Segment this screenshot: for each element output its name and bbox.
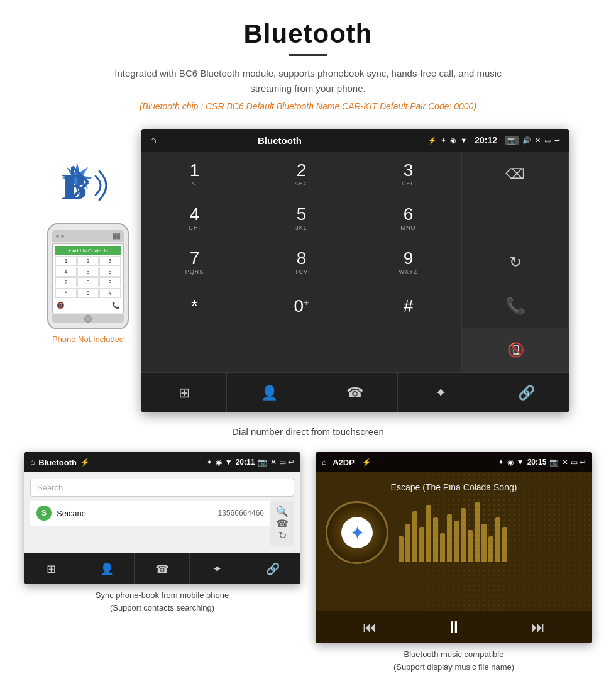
music-usb-icon: ⚡: [362, 458, 371, 467]
eq-bar: [447, 514, 452, 562]
eq-bar: [399, 536, 404, 562]
pb-home-icon[interactable]: ⌂: [30, 458, 35, 467]
dial-key-7[interactable]: 7 PQRS: [141, 240, 248, 284]
dial-key-5[interactable]: 5 JKL: [248, 196, 355, 240]
dial-usb-icon: ⚡: [428, 136, 437, 145]
dial-volume-icon[interactable]: 🔊: [522, 136, 531, 145]
phone-screen: + Add to Contacts 1 2 3 4 5 6 7 8 9 * 0: [52, 243, 124, 313]
music-home-icon[interactable]: ⌂: [322, 458, 326, 467]
pb-status-bar: ⌂ Bluetooth ⚡ ✦ ◉ ▼ 20:11 📷 ✕ ▭ ↩: [24, 452, 300, 472]
dial-screen-title: Bluetooth: [141, 135, 423, 146]
dial-key-3[interactable]: 3 DEF: [355, 152, 462, 196]
music-play-pause-button[interactable]: ⏸: [446, 617, 462, 637]
dial-key-8[interactable]: 8 TUV: [248, 240, 355, 284]
call-green-icon: 📞: [505, 296, 525, 316]
pb-side-icons: 🔍 ☎ ↻: [270, 501, 294, 546]
music-next-button[interactable]: ⏭: [531, 619, 545, 636]
eq-bar: [495, 517, 500, 562]
pb-bottom-person-icon[interactable]: 👤: [79, 553, 135, 584]
page-title: Bluetooth: [13, 19, 603, 49]
phone-key-0[interactable]: 0: [77, 288, 99, 298]
phone-key-3[interactable]: 3: [99, 256, 121, 266]
pb-bottom-phone-icon[interactable]: ☎: [135, 553, 190, 584]
pb-search-field[interactable]: Search: [30, 479, 294, 497]
pb-main-area: S Seicane 13566664466 🔍 ☎ ↻: [30, 501, 294, 546]
music-screen: ⌂ A2DP ⚡ ✦ ◉ ▼ 20:15 📷 ✕ ▭ ↩ Escape: [316, 452, 592, 643]
dial-empty-cell-4: [355, 328, 462, 372]
eq-bar: [502, 527, 507, 562]
dial-key-2[interactable]: 2 ABC: [248, 152, 355, 196]
dial-key-1[interactable]: 1 ∿: [141, 152, 248, 196]
phone-key-4[interactable]: 4: [55, 267, 77, 277]
pb-bottom-bt-icon[interactable]: ✦: [190, 553, 245, 584]
dial-call-green-cell[interactable]: 📞: [462, 284, 569, 328]
pb-bottom-bar: ⊞ 👤 ☎ ✦ 🔗: [24, 553, 300, 584]
pb-search-side-icon[interactable]: 🔍: [276, 506, 289, 517]
music-equalizer: [399, 501, 582, 564]
music-camera-icon: 📷: [549, 458, 559, 467]
dial-caption: Dial number direct from touchscreen: [232, 426, 384, 437]
phone-top-bar: ▓▓: [52, 230, 124, 242]
dial-bottom-link-icon[interactable]: 🔗: [483, 373, 569, 412]
eq-bar: [454, 521, 459, 562]
dial-key-9[interactable]: 9 WXYZ: [355, 240, 462, 284]
phone-key-2[interactable]: 2: [77, 256, 99, 266]
phone-key-9[interactable]: 9: [99, 277, 121, 287]
dial-key-4[interactable]: 4 GHI: [141, 196, 248, 240]
pb-bottom-link-icon[interactable]: 🔗: [245, 553, 300, 584]
dial-backspace-cell[interactable]: ⌫: [462, 152, 569, 196]
dial-key-star[interactable]: *: [141, 284, 248, 328]
title-underline: [289, 54, 327, 56]
music-screenshot-block: ⌂ A2DP ⚡ ✦ ◉ ▼ 20:15 📷 ✕ ▭ ↩ Escape: [316, 452, 592, 673]
phone-bottom-bar: [52, 314, 124, 323]
dial-call-red-cell[interactable]: 📵: [462, 328, 569, 372]
pb-contact-row-seicane[interactable]: S Seicane 13566664466: [30, 501, 270, 526]
phone-key-5[interactable]: 5: [77, 267, 99, 277]
pb-bottom-grid-icon[interactable]: ⊞: [24, 553, 79, 584]
music-more-icons: ✕ ▭ ↩: [562, 458, 586, 467]
phone-screen-header: + Add to Contacts: [55, 246, 121, 255]
phone-key-star[interactable]: *: [55, 288, 77, 298]
music-signal-icon: ▼: [517, 458, 524, 467]
dial-camera-icon[interactable]: 📷: [505, 136, 519, 145]
phonebook-caption-line1: Sync phone-book from mobile phone: [96, 590, 229, 600]
dial-window-icon[interactable]: ▭: [544, 136, 551, 145]
dial-back-icon[interactable]: ↩: [554, 136, 560, 145]
phonebook-screen: ⌂ Bluetooth ⚡ ✦ ◉ ▼ 20:11 📷 ✕ ▭ ↩ Search: [24, 452, 300, 584]
pb-contact-number: 13566664466: [218, 509, 264, 517]
phone-key-8[interactable]: 8: [77, 277, 99, 287]
dial-key-hash[interactable]: #: [355, 284, 462, 328]
eq-bar: [440, 533, 445, 562]
dial-close-icon[interactable]: ✕: [535, 136, 541, 145]
music-prev-button[interactable]: ⏮: [363, 619, 377, 636]
phone-key-6[interactable]: 6: [99, 267, 121, 277]
pb-phone-side-icon[interactable]: ☎: [276, 517, 289, 529]
pb-more-icons: ✕ ▭ ↩: [270, 458, 294, 467]
pb-location-icon: ◉: [216, 458, 222, 467]
music-bt-icon: ✦: [498, 458, 504, 467]
dial-location-icon: ◉: [450, 136, 456, 145]
dial-bottom-phone-icon[interactable]: ☎: [312, 373, 398, 412]
phone-home-button[interactable]: [84, 315, 92, 323]
phone-key-hash[interactable]: #: [99, 288, 121, 298]
dial-key-0[interactable]: 0+: [248, 284, 355, 328]
pb-usb-icon: ⚡: [80, 458, 90, 467]
phonebook-caption: Sync phone-book from mobile phone (Suppo…: [96, 589, 229, 614]
dial-bottom-person-icon[interactable]: 👤: [227, 373, 312, 412]
phone-key-1[interactable]: 1: [55, 256, 77, 266]
add-contacts-text: + Add to Contacts: [68, 248, 107, 253]
phone-key-7[interactable]: 7: [55, 277, 77, 287]
phonebook-caption-line2: (Support contacts searching): [110, 603, 214, 612]
bottom-screenshots: ⌂ Bluetooth ⚡ ✦ ◉ ▼ 20:11 📷 ✕ ▭ ↩ Search: [25, 452, 591, 673]
phone-not-included-label: Phone Not Included: [52, 335, 124, 344]
pb-refresh-side-icon[interactable]: ↻: [278, 529, 287, 541]
dial-bottom-icon-row: ⊞ 👤 ☎ ✦ 🔗: [141, 372, 569, 412]
dial-bottom-grid-icon[interactable]: ⊞: [141, 373, 227, 412]
phone-signal: ▓▓: [66, 233, 120, 239]
pb-contact-name: Seicane: [57, 509, 213, 518]
dial-reload-cell[interactable]: ↻: [462, 240, 569, 284]
dial-key-6[interactable]: 6 MNO: [355, 196, 462, 240]
dial-bottom-bt-icon[interactable]: ✦: [398, 373, 483, 412]
music-controls: ⏮ ⏸ ⏭: [316, 611, 592, 643]
music-time: 20:15: [527, 458, 547, 467]
